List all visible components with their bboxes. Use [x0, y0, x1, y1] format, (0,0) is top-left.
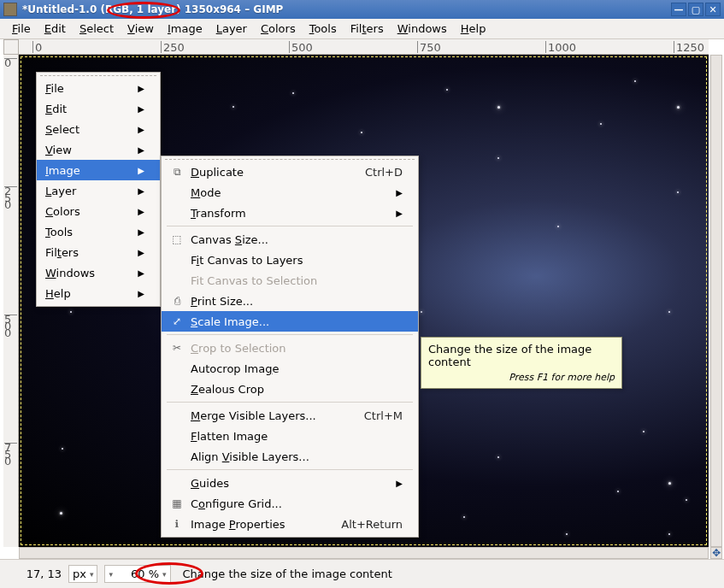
- minimize-button[interactable]: —: [671, 3, 686, 16]
- menu-separator: [167, 226, 413, 226]
- star: [70, 311, 72, 313]
- menu-view[interactable]: View: [121, 20, 161, 38]
- star: [677, 191, 679, 193]
- zoom-value[interactable]: [116, 567, 159, 580]
- star: [361, 132, 362, 133]
- menu-item-layer[interactable]: Layer▶: [37, 180, 160, 201]
- menu-item-filters[interactable]: Filters▶: [37, 242, 160, 262]
- menu-item-image[interactable]: Image▶: [37, 160, 160, 180]
- ruler-tick: 1250: [674, 41, 704, 53]
- submenu-item-image-properties[interactable]: ℹImage PropertiesAlt+Return: [162, 514, 418, 534]
- maximize-button[interactable]: ▢: [688, 3, 703, 16]
- submenu-item-fit-canvas-to-selection: Fit Canvas to Selection: [162, 270, 418, 291]
- menu-image[interactable]: Image: [161, 20, 209, 38]
- ruler-tick: 250: [161, 41, 185, 53]
- menu-item-colors[interactable]: Colors▶: [37, 201, 160, 221]
- menu-item-tools[interactable]: Tools▶: [37, 221, 160, 242]
- submenu-item-zealous-crop[interactable]: Zealous Crop: [162, 379, 418, 399]
- star: [60, 512, 62, 514]
- star: [557, 226, 559, 227]
- menu-colors[interactable]: Colors: [254, 20, 303, 38]
- star: [497, 157, 499, 159]
- image-submenu: ⧉DuplicateCtrl+DMode▶Transform▶⬚Canvas S…: [161, 156, 419, 538]
- submenu-item-mode[interactable]: Mode▶: [162, 182, 418, 203]
- menu-help[interactable]: Help: [454, 20, 493, 38]
- menu-label: Mode: [191, 186, 382, 199]
- star: [668, 533, 670, 535]
- star: [446, 89, 448, 91]
- submenu-item-autocrop-image[interactable]: Autocrop Image: [162, 358, 418, 379]
- menu-edit[interactable]: Edit: [38, 20, 73, 38]
- menu-item-select[interactable]: Select▶: [37, 119, 160, 139]
- grid-icon: ▦: [170, 497, 184, 510]
- menu-label: View: [45, 144, 124, 156]
- blank-icon: [170, 429, 184, 443]
- submenu-item-align-visible-layers[interactable]: Align Visible Layers...: [162, 446, 418, 467]
- submenu-item-duplicate[interactable]: ⧉DuplicateCtrl+D: [162, 162, 418, 182]
- menu-label: Canvas Size...: [191, 233, 403, 246]
- menu-label: Guides: [191, 477, 382, 490]
- cursor-coords: 17, 13: [7, 567, 62, 580]
- submenu-item-fit-canvas-to-layers[interactable]: Fit Canvas to Layers: [162, 250, 418, 270]
- unit-selector[interactable]: px ▾: [68, 565, 97, 583]
- submenu-item-print-size[interactable]: ⎙Print Size...: [162, 291, 418, 311]
- menu-item-help[interactable]: Help▶: [37, 283, 160, 303]
- ruler-vertical[interactable]: 02 5 05 0 07 5 0: [3, 55, 19, 547]
- menu-item-file[interactable]: File▶: [37, 78, 160, 98]
- star: [292, 92, 294, 94]
- menu-filters[interactable]: Filters: [344, 20, 391, 38]
- menubar: FileEditSelectViewImageLayerColorsToolsF…: [0, 19, 724, 39]
- menu-label: Scale Image...: [191, 315, 403, 328]
- menu-file[interactable]: File: [5, 20, 38, 38]
- star: [634, 80, 636, 82]
- star: [677, 106, 680, 109]
- ruler-tick: 750: [417, 41, 441, 53]
- ruler-tick: 1000: [545, 41, 576, 53]
- blank-icon: [170, 476, 184, 490]
- submenu-item-canvas-size[interactable]: ⬚Canvas Size...: [162, 229, 418, 250]
- tooltip: Change the size of the image content Pre…: [421, 337, 622, 389]
- menu-tools[interactable]: Tools: [303, 20, 344, 38]
- menu-separator: [167, 334, 413, 335]
- chevron-down-icon: ▾: [90, 570, 94, 579]
- scrollbar-horizontal[interactable]: [19, 547, 709, 559]
- ruler-tick: 0: [32, 41, 42, 53]
- ruler-horizontal[interactable]: 025050075010001250: [19, 39, 709, 55]
- submenu-arrow-icon: ▶: [138, 289, 144, 298]
- submenu-item-guides[interactable]: Guides▶: [162, 473, 418, 493]
- menu-windows[interactable]: Windows: [391, 20, 454, 38]
- menu-label: Flatten Image: [191, 430, 403, 443]
- unit-value: px: [73, 567, 86, 580]
- chevron-down-icon: ▾: [162, 570, 167, 579]
- menu-label: Windows: [45, 267, 124, 279]
- menu-layer[interactable]: Layer: [209, 20, 254, 38]
- menu-label: Crop to Selection: [191, 342, 403, 355]
- star: [686, 499, 687, 501]
- window-title: *Untitled-1.0 (RGB, 1 layer) 1350x964 – …: [22, 3, 669, 15]
- submenu-arrow-icon: ▶: [396, 188, 403, 197]
- submenu-item-flatten-image[interactable]: Flatten Image: [162, 426, 418, 446]
- ruler-tick: 2 5 0: [4, 186, 17, 209]
- menu-label: Zealous Crop: [191, 383, 403, 396]
- close-button[interactable]: ✕: [705, 3, 721, 16]
- submenu-item-transform[interactable]: Transform▶: [162, 203, 418, 223]
- menu-label: Align Visible Layers...: [191, 450, 403, 463]
- navigation-button[interactable]: ✥: [710, 547, 722, 559]
- submenu-item-configure-grid[interactable]: ▦Configure Grid...: [162, 493, 418, 514]
- menu-item-view[interactable]: View▶: [37, 139, 160, 160]
- accelerator: Ctrl+M: [364, 409, 403, 422]
- menu-label: Layer: [45, 185, 124, 197]
- menu-label: Filters: [45, 246, 124, 259]
- menu-item-edit[interactable]: Edit▶: [37, 98, 160, 119]
- ruler-tick: 7 5 0: [4, 443, 17, 465]
- submenu-arrow-icon: ▶: [138, 268, 144, 278]
- menu-item-windows[interactable]: Windows▶: [37, 262, 160, 283]
- menu-select[interactable]: Select: [73, 20, 121, 38]
- chevron-down-icon: ▾: [109, 570, 113, 579]
- star: [463, 516, 465, 518]
- submenu-item-scale-image[interactable]: ⤢Scale Image...: [162, 311, 418, 332]
- submenu-item-merge-visible-layers[interactable]: Merge Visible Layers...Ctrl+M: [162, 405, 418, 426]
- zoom-selector[interactable]: ▾ ▾: [104, 565, 170, 583]
- scrollbar-vertical[interactable]: [710, 55, 722, 547]
- star: [497, 106, 500, 109]
